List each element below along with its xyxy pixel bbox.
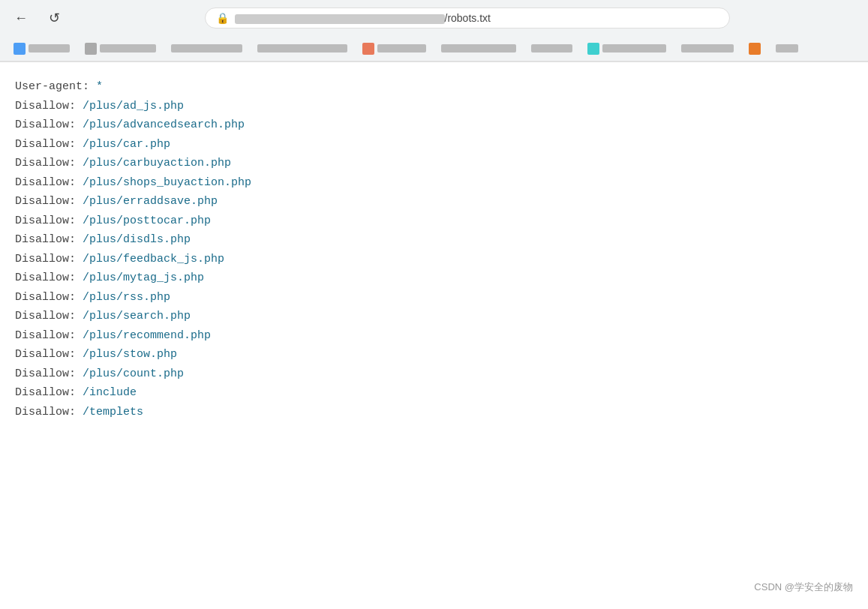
url-suffix: /robots.txt [445, 12, 491, 24]
robots-path: /plus/advancedsearch.php [83, 118, 245, 131]
robots-path: /plus/feedback_js.php [83, 253, 224, 266]
robots-path: /plus/search.php [83, 310, 191, 322]
robots-path: /plus/erraddsave.php [83, 195, 218, 208]
robots-path: /plus/disdls.php [83, 233, 191, 246]
robots-line: Disallow: /plus/recommend.php [15, 326, 853, 346]
robots-path: /templets [83, 406, 143, 418]
robots-line: Disallow: /plus/rss.php [15, 288, 853, 308]
bookmark-item[interactable] [165, 42, 248, 55]
bookmark-label [441, 44, 516, 52]
bookmark-item[interactable] [770, 42, 804, 55]
robots-line: Disallow: /plus/advancedsearch.php [15, 116, 853, 135]
robots-line: Disallow: /plus/disdls.php [15, 230, 853, 250]
bookmark-item[interactable] [743, 40, 767, 57]
robots-path: /plus/carbuyaction.php [83, 157, 231, 170]
robots-key: Disallow: [15, 368, 83, 380]
url-display: /robots.txt [235, 12, 719, 24]
robots-path: /plus/stow.php [83, 348, 177, 361]
robots-line: Disallow: /plus/mytag_js.php [15, 268, 853, 288]
bookmark-label [602, 44, 666, 52]
robots-line: Disallow: /plus/posttocar.php [15, 212, 853, 231]
bookmark-item[interactable] [675, 42, 740, 55]
page-content: User-agent: *Disallow: /plus/ad_js.phpDi… [0, 62, 868, 436]
robots-key: Disallow: [15, 329, 83, 342]
bookmark-item[interactable] [435, 42, 522, 55]
robots-key: Disallow: [15, 386, 83, 399]
robots-path: /plus/shops_buyaction.php [83, 176, 251, 189]
robots-line: Disallow: /plus/count.php [15, 364, 853, 384]
bookmark-label [776, 44, 798, 52]
robots-path: /plus/ad_js.php [83, 100, 184, 112]
robots-line: Disallow: /plus/carbuyaction.php [15, 154, 853, 173]
robots-key: Disallow: [15, 348, 83, 361]
address-bar[interactable]: 🔒 /robots.txt [205, 8, 730, 28]
bookmarks-bar [0, 36, 868, 62]
robots-key: Disallow: [15, 157, 83, 170]
robots-key: Disallow: [15, 118, 83, 131]
robots-key: Disallow: [15, 406, 83, 418]
back-button[interactable]: ← [9, 6, 33, 30]
bookmark-label [100, 44, 156, 52]
bookmark-item[interactable] [79, 40, 162, 57]
bookmark-item[interactable] [581, 40, 672, 57]
browser-chrome: ← ↺ 🔒 /robots.txt [0, 0, 868, 62]
robots-path: /plus/recommend.php [83, 329, 211, 342]
robots-path: /include [83, 386, 137, 399]
robots-line: Disallow: /plus/feedback_js.php [15, 250, 853, 269]
robots-line: Disallow: /plus/search.php [15, 307, 853, 326]
bookmark-label [257, 44, 347, 52]
robots-line: Disallow: /plus/erraddsave.php [15, 192, 853, 212]
bookmark-label [377, 44, 426, 52]
robots-key: Disallow: [15, 310, 83, 322]
robots-key: Disallow: [15, 253, 83, 266]
robots-line: User-agent: * [15, 77, 853, 97]
refresh-button[interactable]: ↺ [42, 6, 66, 30]
bookmark-favicon [14, 43, 26, 55]
bookmark-label [681, 44, 734, 52]
robots-line: Disallow: /plus/car.php [15, 135, 853, 154]
robots-path: /plus/mytag_js.php [83, 272, 204, 284]
robots-key: Disallow: [15, 291, 83, 304]
robots-path: * [96, 80, 103, 93]
robots-line: Disallow: /plus/stow.php [15, 345, 853, 364]
bookmark-label [531, 44, 572, 52]
robots-path: /plus/posttocar.php [83, 214, 211, 227]
robots-key: Disallow: [15, 138, 83, 151]
robots-path: /plus/count.php [83, 368, 184, 380]
robots-key: User-agent: [15, 80, 96, 93]
robots-key: Disallow: [15, 272, 83, 284]
robots-text: User-agent: *Disallow: /plus/ad_js.phpDi… [15, 77, 853, 422]
robots-key: Disallow: [15, 176, 83, 189]
watermark: CSDN @学安全的废物 [754, 580, 853, 594]
robots-line: Disallow: /plus/ad_js.php [15, 97, 853, 116]
bookmark-item[interactable] [356, 40, 432, 57]
bookmark-favicon [749, 43, 761, 55]
robots-line: Disallow: /include [15, 383, 853, 403]
nav-bar: ← ↺ 🔒 /robots.txt [0, 0, 868, 36]
url-blurred-part [235, 14, 445, 24]
bookmark-item[interactable] [525, 42, 578, 55]
lock-icon: 🔒 [216, 12, 229, 24]
robots-key: Disallow: [15, 195, 83, 208]
bookmark-favicon [85, 43, 97, 55]
bookmark-label [29, 44, 70, 52]
robots-key: Disallow: [15, 233, 83, 246]
robots-key: Disallow: [15, 100, 83, 112]
bookmark-item[interactable] [251, 42, 353, 55]
bookmark-favicon [362, 43, 374, 55]
robots-line: Disallow: /plus/shops_buyaction.php [15, 173, 853, 193]
robots-key: Disallow: [15, 214, 83, 227]
bookmark-item[interactable] [8, 40, 76, 57]
robots-path: /plus/rss.php [83, 291, 170, 304]
bookmark-favicon [587, 43, 599, 55]
robots-path: /plus/car.php [83, 138, 170, 151]
bookmark-label [171, 44, 242, 52]
robots-line: Disallow: /templets [15, 403, 853, 422]
